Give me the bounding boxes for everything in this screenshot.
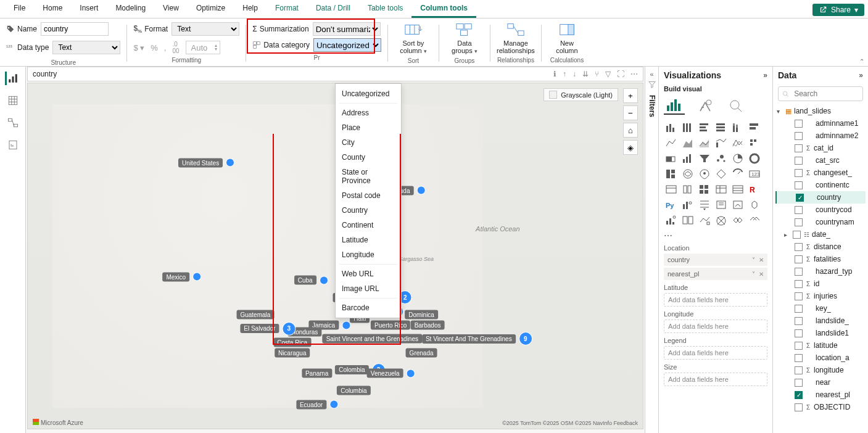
data-category-option[interactable]: State or Province bbox=[336, 165, 401, 188]
field-date_[interactable]: ▸☷date_ bbox=[775, 228, 866, 241]
visual-type-24[interactable] bbox=[664, 183, 679, 196]
visual-type-30[interactable]: Py bbox=[664, 198, 679, 212]
sort-by-column-button[interactable]: Sort bycolumn ▾ bbox=[394, 22, 432, 55]
table-node[interactable]: ▾▦land_slides bbox=[775, 105, 866, 117]
focus-mode-icon[interactable]: ⛶ bbox=[617, 70, 624, 78]
tab-modeling[interactable]: Modeling bbox=[107, 0, 154, 18]
visual-type-27[interactable] bbox=[714, 183, 729, 196]
visual-type-19[interactable] bbox=[680, 167, 695, 181]
field-hazard_typ[interactable]: hazard_typ bbox=[775, 265, 866, 278]
expand-filters-button[interactable]: « bbox=[650, 70, 653, 78]
visual-type-3[interactable] bbox=[714, 121, 729, 134]
field-continentc[interactable]: continentc bbox=[775, 179, 866, 191]
filter-icon[interactable]: ▽ bbox=[605, 70, 611, 78]
tab-data-drill[interactable]: Data / Drill bbox=[307, 0, 359, 18]
well-size-drop[interactable]: Add data fields here bbox=[664, 373, 767, 386]
map-marker[interactable]: Cuba bbox=[294, 276, 328, 285]
report-view-button[interactable] bbox=[5, 72, 19, 85]
well-location-item-0[interactable]: country˅✕ bbox=[664, 254, 767, 266]
new-column-button[interactable]: Newcolumn bbox=[548, 22, 586, 54]
datatype-select[interactable]: Text bbox=[52, 41, 120, 54]
map-marker[interactable]: St Vincent And The Grenadines9 bbox=[422, 332, 532, 345]
pitch-button[interactable]: ◈ bbox=[623, 140, 638, 155]
visual-type-0[interactable] bbox=[664, 121, 679, 134]
visual-type-22[interactable] bbox=[730, 167, 745, 181]
build-visual-tab[interactable] bbox=[664, 96, 685, 115]
field-changeset_[interactable]: Σchangeset_ bbox=[775, 167, 866, 179]
visual-type-39[interactable] bbox=[714, 213, 729, 227]
summarization-select[interactable]: Don't summarize bbox=[313, 22, 381, 36]
field-cat_src[interactable]: cat_src bbox=[775, 154, 866, 167]
share-button[interactable]: Share ▾ bbox=[812, 4, 864, 16]
visual-type-2[interactable] bbox=[697, 121, 712, 134]
visual-type-8[interactable] bbox=[697, 136, 712, 150]
field-nearest_pl[interactable]: ✓nearest_pl bbox=[775, 389, 866, 401]
visual-type-1[interactable] bbox=[680, 121, 695, 134]
data-category-option[interactable]: County bbox=[336, 150, 401, 165]
data-category-option[interactable]: City bbox=[336, 135, 401, 150]
zoom-in-button[interactable]: + bbox=[623, 88, 638, 103]
field-adminname2[interactable]: adminname2 bbox=[775, 130, 866, 142]
visual-type-21[interactable] bbox=[714, 167, 729, 181]
map-marker[interactable]: Nicaragua bbox=[275, 348, 310, 357]
visual-type-37[interactable] bbox=[680, 213, 695, 227]
well-location-item-1[interactable]: nearest_pl˅✕ bbox=[664, 268, 767, 280]
visual-type-20[interactable] bbox=[697, 167, 712, 181]
visual-type-23[interactable]: 123 bbox=[747, 167, 762, 181]
visual-type-6[interactable] bbox=[664, 136, 679, 150]
field-longitude[interactable]: Σlongitude bbox=[775, 364, 866, 376]
well-legend-drop[interactable]: Add data fields here bbox=[664, 346, 767, 360]
data-category-option[interactable]: Web URL bbox=[336, 266, 401, 281]
visual-type-15[interactable] bbox=[714, 152, 729, 165]
search-input[interactable] bbox=[793, 89, 859, 99]
tab-view[interactable]: View bbox=[154, 0, 188, 18]
currency-button[interactable]: $ ▾ bbox=[133, 43, 144, 52]
map-marker[interactable]: Grenada bbox=[406, 348, 437, 357]
visual-type-14[interactable] bbox=[697, 152, 712, 165]
decimal-button[interactable]: .000 bbox=[172, 41, 179, 54]
map-marker[interactable]: Columbia bbox=[337, 386, 370, 395]
remove-icon[interactable]: ✕ bbox=[759, 271, 764, 278]
map-marker[interactable]: United States bbox=[178, 158, 234, 167]
visual-type-12[interactable] bbox=[664, 152, 679, 165]
data-category-option[interactable]: Latitude bbox=[336, 233, 401, 247]
drill-up-icon[interactable]: ↑ bbox=[563, 70, 566, 78]
field-OBJECTID[interactable]: ΣOBJECTID bbox=[775, 401, 866, 413]
field-landslide_[interactable]: landslide_ bbox=[775, 315, 866, 327]
tab-format[interactable]: Format bbox=[267, 0, 307, 18]
more-options-icon[interactable]: ⋯ bbox=[630, 70, 638, 78]
data-view-button[interactable] bbox=[6, 94, 20, 107]
collapse-data-pane[interactable]: » bbox=[859, 71, 863, 80]
data-category-option[interactable]: Country bbox=[336, 203, 401, 218]
visual-type-16[interactable] bbox=[730, 152, 745, 165]
data-category-option[interactable]: Longitude bbox=[336, 247, 401, 262]
field-adminname1[interactable]: adminname1 bbox=[775, 117, 866, 130]
data-category-option[interactable]: Uncategorized bbox=[336, 86, 401, 101]
chevron-down-icon[interactable]: ˅ bbox=[752, 257, 755, 263]
well-longitude-drop[interactable]: Add data fields here bbox=[664, 320, 767, 333]
gallery-more[interactable]: ⋯ bbox=[659, 231, 772, 241]
visual-type-36[interactable] bbox=[664, 213, 679, 227]
column-name-input[interactable] bbox=[41, 22, 109, 36]
visual-type-7[interactable] bbox=[680, 136, 695, 150]
visual-type-13[interactable] bbox=[680, 152, 695, 165]
map-marker[interactable]: Dominica bbox=[405, 310, 438, 320]
remove-icon[interactable]: ✕ bbox=[759, 257, 764, 263]
tab-help[interactable]: Help bbox=[234, 0, 267, 18]
tab-table-tools[interactable]: Table tools bbox=[359, 0, 411, 18]
comma-button[interactable]: , bbox=[164, 43, 167, 52]
visual-type-11[interactable] bbox=[747, 136, 762, 150]
visual-type-18[interactable] bbox=[664, 167, 679, 181]
visual-type-17[interactable] bbox=[747, 152, 762, 165]
tab-optimize[interactable]: Optimize bbox=[188, 0, 234, 18]
map-marker[interactable]: Guatemala bbox=[236, 310, 274, 320]
visual-type-29[interactable]: R bbox=[747, 183, 762, 196]
data-groups-button[interactable]: Datagroups ▾ bbox=[445, 22, 484, 55]
visual-type-33[interactable] bbox=[714, 198, 729, 212]
field-key_[interactable]: key_ bbox=[775, 302, 866, 315]
visual-type-26[interactable] bbox=[697, 183, 712, 196]
map-marker[interactable]: Costa Rica bbox=[273, 338, 311, 347]
visual-type-38[interactable] bbox=[697, 213, 712, 227]
data-category-option[interactable]: Barcode bbox=[336, 300, 401, 315]
analytics-tab[interactable] bbox=[725, 96, 746, 115]
